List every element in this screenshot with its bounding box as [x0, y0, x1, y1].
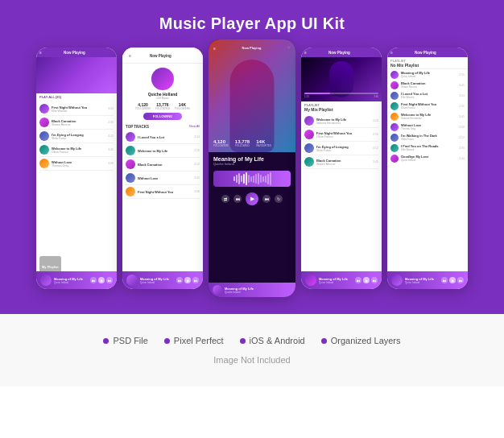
page-title: Music Player App UI Kit: [159, 14, 345, 33]
playlist-item: Welcome to My Life Sabrina Hernandez 3:4…: [387, 111, 468, 122]
playlist-item: I Loved You a Lot Ellie Warrick 3:24: [387, 90, 468, 101]
phone2-profile: Quiche Holland 120 Music 4,120 FOLLOWERS…: [122, 64, 203, 122]
dot-pixel: [164, 338, 170, 344]
playlist-item: Without Love Thomas Gray 3:08: [387, 122, 468, 132]
phone4-tracklist: Welcome to My Life Sabrina Hernandez 3:2…: [301, 113, 382, 171]
phone3-image: ≡ Now Playing ♡ 4,120 FOLLOWERS 13,778 F…: [209, 39, 295, 152]
prev-btn-4[interactable]: ⏮: [355, 277, 361, 283]
features-row: PSD File Pixel Perfect iOS & Android Org…: [103, 336, 400, 345]
menu-icon-4: ≡: [304, 50, 307, 55]
track-item: I'm Dying of Longing Shila Foster 4:12: [304, 142, 378, 155]
menu-icon-5: ≡: [390, 50, 393, 55]
play-btn-4[interactable]: ▶: [363, 277, 370, 283]
track-item: I'm Dying of Longing Shila Foster 4:12: [39, 130, 114, 143]
phone3-controls: ⇄ ⏮ ▶ ⏭ ↻: [209, 190, 295, 208]
menu-icon-1: ≡: [39, 50, 42, 55]
dot-psd: [103, 338, 109, 344]
track-item: First Night Without You Olivia Franco 2:…: [304, 128, 378, 142]
phone3-artist: Quiche Ireland: [213, 162, 291, 166]
phone-4: ≡ Now Playing 1:23 3:46: [301, 48, 382, 289]
phone-5: ≡ Now Playing PLAYLIST No Mix Playlist M…: [387, 48, 468, 289]
phone1-playlist: My Playlist: [42, 265, 59, 269]
playlist-item: Black Carnation Shawn Monroe 3:45: [387, 80, 468, 90]
next-btn[interactable]: ⏭: [106, 277, 113, 283]
prev-btn-2[interactable]: ⏮: [176, 277, 183, 283]
phone1-header: Now Playing: [64, 51, 85, 55]
playlist-item: I Find You on The Roads Ellie Warrick 3:…: [387, 143, 468, 153]
phone4-header: Now Playing: [328, 51, 350, 55]
phones-container: ≡ Now Playing My Playlist 120 Songs 👤 PL…: [36, 48, 468, 297]
next-btn-3[interactable]: ⏭: [262, 195, 271, 203]
phone5-tracklist: Meaning of My Life Quinn Ireland 2:56 Bl…: [387, 69, 468, 163]
playlist-item: First Night Without You Olivia Franco 2:…: [387, 101, 468, 111]
top-tracks-label: TOP TRACKS: [126, 125, 149, 129]
track-item: Black Carnation Shawn Monroe 3:45: [304, 155, 378, 169]
playlist-item: I'm Walking in The Dark Shila Foster 4:1…: [387, 132, 468, 143]
prev-btn-5[interactable]: ⏮: [441, 277, 448, 283]
feature-layers: Organized Layers: [321, 336, 401, 345]
track-item: First Night Without You Ellie Warrick 3:…: [39, 102, 114, 116]
phone5-header: Now Playing: [415, 51, 436, 55]
phone4-bottom-bar: Meaning of My Life Quinn Ireland ⏮ ▶ ⏭: [301, 271, 382, 289]
track-item: Black Carnation 4:12: [126, 158, 200, 171]
phone-2: ≡ Now Playing Quiche Holland 120 Music 4…: [122, 48, 203, 289]
feature-psd: PSD File: [103, 336, 147, 345]
track-item: I Loved You a Lot 3:24: [126, 130, 200, 144]
next-btn-2[interactable]: ⏭: [192, 277, 199, 283]
play-btn-3[interactable]: ▶: [246, 192, 258, 205]
play-btn[interactable]: ▶: [98, 277, 105, 283]
prev-btn-3[interactable]: ⏮: [233, 195, 242, 203]
feature-ios: iOS & Android: [240, 336, 305, 345]
track-item: Without Love 3:45: [126, 171, 200, 185]
phone5-playlist-sub: No Mix Playlist: [390, 63, 465, 68]
next-btn-4[interactable]: ⏭: [371, 277, 378, 283]
phone4-my-playlist: My Mix Playlist: [304, 107, 378, 112]
feature-pixel: Pixel Perfect: [164, 336, 224, 345]
follow-button[interactable]: FOLLOWING: [143, 113, 182, 120]
track-item: Welcome to My Life 2:56: [126, 144, 200, 158]
phone-3: ≡ Now Playing ♡ 4,120 FOLLOWERS 13,778 F…: [209, 39, 295, 297]
track-item: Without Love Thomas Gray 3:08: [39, 157, 114, 171]
track-item: Black Carnation Shawn Monroe 2:56: [39, 116, 114, 130]
phone2-header: Now Playing: [150, 54, 171, 58]
phone5-bottom-bar: Meaning of My Life Quinn Ireland ⏮ ▶ ⏭: [387, 271, 468, 289]
phone3-waveform: [213, 171, 291, 187]
show-all-link[interactable]: Show All: [189, 125, 200, 129]
phone1-tracklist: First Night Without You Ellie Warrick 3:…: [36, 101, 117, 172]
phone1-bottom-bar: Meaning of My Life Quinn Ireland ⏮ ▶ ⏭: [36, 271, 117, 289]
top-section: Music Player App UI Kit ≡ Now Playing My…: [0, 0, 504, 314]
phone-1: ≡ Now Playing My Playlist 120 Songs 👤 PL…: [36, 48, 117, 289]
phone3-song-title: Meaning of My Life: [213, 156, 291, 162]
dot-ios: [240, 338, 246, 344]
track-item: First Night Without You 3:08: [126, 185, 200, 199]
phone2-bottom-bar: Meaning of My Life Quinn Ireland ⏮ ▶ ⏭: [122, 271, 203, 289]
playlist-item: Goodbye My Love Quinn Ireland 2:44: [387, 153, 468, 163]
track-item: Welcome to My Life Sabrina Hernandez 3:2…: [304, 114, 378, 128]
track-item: Welcome to My Life Olivia Franco 3:45: [39, 143, 114, 157]
playlist-item: Meaning of My Life Quinn Ireland 2:56: [387, 69, 468, 80]
prev-btn[interactable]: ⏮: [90, 277, 97, 283]
dot-layers: [321, 338, 327, 344]
phone3-bottom-bar: Meaning of My Life Quiche Ireland: [209, 283, 295, 297]
phone1-play-all: PLAY ALL (25): [36, 93, 117, 101]
shuffle-btn[interactable]: ⇄: [221, 195, 229, 203]
next-btn-5[interactable]: ⏭: [457, 277, 464, 283]
repeat-btn[interactable]: ↻: [275, 195, 283, 203]
not-included-note: Image Not Included: [213, 355, 290, 365]
bottom-section: PSD File Pixel Perfect iOS & Android Org…: [0, 314, 504, 386]
play-btn-5[interactable]: ▶: [449, 277, 456, 283]
menu-icon-2: ≡: [129, 53, 131, 58]
play-btn-2[interactable]: ▶: [184, 277, 191, 283]
